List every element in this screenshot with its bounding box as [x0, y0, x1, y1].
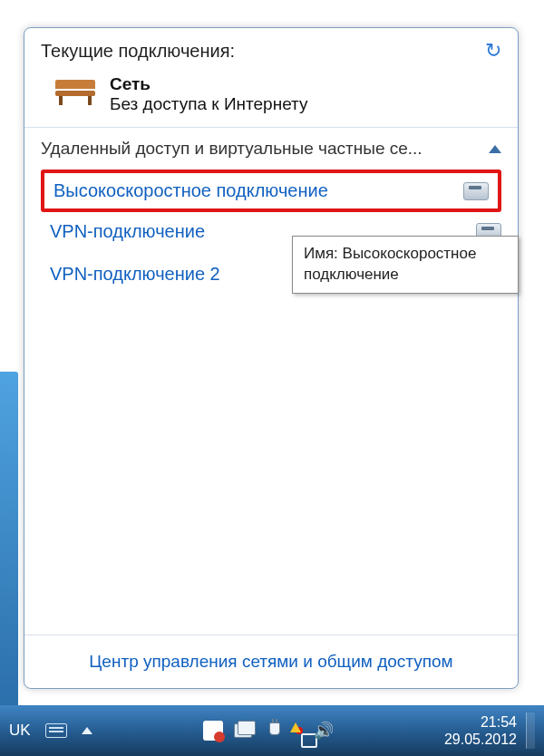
clock-date: 29.05.2012	[444, 731, 517, 748]
keyboard-icon[interactable]	[45, 723, 67, 738]
current-connection[interactable]: Сеть Без доступа к Интернету	[24, 69, 518, 127]
taskbar: UK 🔊 21:54 29.05.2012	[0, 705, 544, 756]
network-flyout: Текущие подключения: ↻ Сеть Без доступа …	[24, 27, 519, 689]
language-indicator[interactable]: UK	[9, 722, 31, 740]
flyout-footer: Центр управления сетями и общим доступом	[24, 635, 518, 688]
power-icon[interactable]	[265, 721, 285, 741]
clock-time: 21:54	[444, 713, 517, 731]
current-connection-status: Без доступа к Интернету	[110, 94, 308, 114]
connection-label: VPN-подключение 2	[50, 264, 220, 285]
tray-app-icon[interactable]	[234, 721, 254, 741]
tooltip-text: Имя: Высокоскоростное подключение	[304, 245, 476, 283]
chevron-up-icon	[489, 145, 501, 153]
connection-label: Высокоскоростное подключение	[53, 180, 328, 201]
action-center-icon[interactable]	[203, 721, 223, 741]
show-desktop-button[interactable]	[526, 712, 535, 749]
desktop-left-edge	[0, 372, 18, 707]
section-title: Удаленный доступ и виртуальные частные с…	[41, 139, 423, 159]
modem-icon	[463, 182, 489, 200]
network-tray-icon-highlighted[interactable]	[296, 727, 303, 734]
connection-item-highspeed[interactable]: Высокоскоростное подключение	[41, 170, 501, 212]
section-header-remote[interactable]: Удаленный доступ и виртуальные частные с…	[24, 128, 518, 170]
refresh-icon[interactable]: ↻	[485, 41, 501, 61]
tooltip: Имя: Высокоскоростное подключение	[292, 236, 519, 294]
tray-overflow-chevron-icon[interactable]	[82, 727, 92, 734]
clock[interactable]: 21:54 29.05.2012	[444, 713, 517, 748]
flyout-title: Текущие подключения:	[41, 41, 235, 62]
bench-icon	[53, 78, 97, 107]
current-connection-name: Сеть	[110, 74, 308, 94]
volume-icon[interactable]: 🔊	[314, 721, 334, 741]
network-center-link[interactable]: Центр управления сетями и общим доступом	[89, 652, 452, 671]
connection-label: VPN-подключение	[50, 221, 205, 242]
